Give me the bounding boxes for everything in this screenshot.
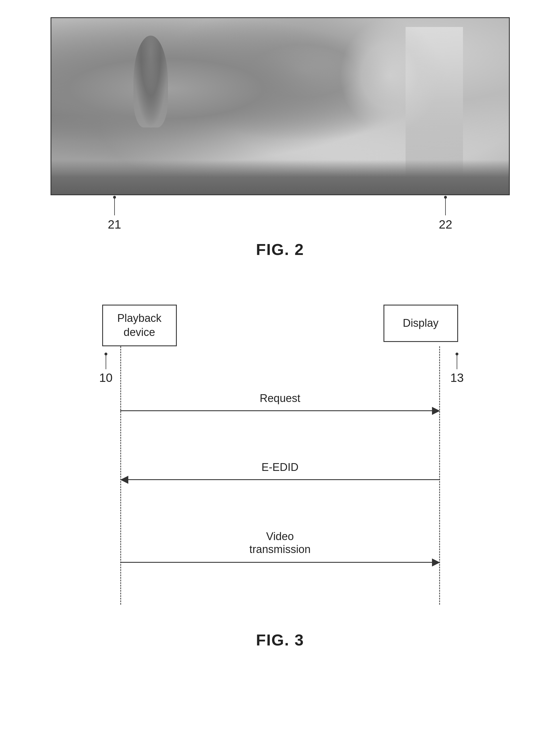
playback-device-label: Playbackdevice — [117, 311, 161, 340]
fig2-labels: 21 22 — [51, 198, 510, 232]
video-label: Videotransmission — [249, 530, 311, 556]
eedid-arrow-head — [120, 476, 128, 484]
callout-line-right — [445, 198, 446, 215]
request-arrow-container: Request — [120, 392, 440, 415]
left-callout: 10 — [99, 355, 113, 385]
fig2-number-left: 21 — [108, 218, 121, 232]
request-label: Request — [120, 392, 440, 404]
eedid-arrow-line — [128, 479, 440, 480]
request-arrow-head — [432, 407, 440, 415]
video-arrow-line — [120, 562, 432, 563]
display-box: Display — [383, 305, 458, 342]
fig3-section: Playbackdevice Display 10 13 — [36, 293, 524, 649]
sequence-area: 10 13 Request E-EDID — [79, 346, 481, 605]
fig2-number-right: 22 — [439, 218, 452, 232]
fig2-image — [51, 17, 510, 195]
video-arrow — [120, 558, 440, 566]
video-arrow-row: Videotransmission — [120, 530, 440, 566]
video-arrow-container: Videotransmission — [120, 530, 440, 566]
right-callout-bracket — [457, 355, 457, 369]
eedid-arrow — [120, 476, 440, 484]
fig2-label-left: 21 — [108, 198, 121, 232]
playback-device-box: Playbackdevice — [102, 305, 177, 346]
right-callout: 13 — [451, 355, 464, 385]
request-arrow-line — [120, 410, 432, 411]
request-arrow — [120, 407, 440, 415]
fig2-section: 21 22 FIG. 2 — [36, 17, 524, 259]
fig2-label-right: 22 — [439, 198, 452, 232]
callout-line-left — [114, 198, 115, 215]
left-callout-number: 10 — [99, 371, 113, 385]
diagram-container: Playbackdevice Display 10 13 — [79, 293, 481, 622]
eedid-label: E-EDID — [120, 461, 440, 474]
eedid-arrow-container: E-EDID — [120, 461, 440, 484]
request-arrow-row: Request — [120, 392, 440, 415]
diagram-boxes: Playbackdevice Display — [79, 305, 481, 346]
fig3-caption: FIG. 3 — [256, 631, 304, 649]
eedid-arrow-row: E-EDID — [120, 461, 440, 484]
fig2-caption: FIG. 2 — [256, 240, 304, 259]
left-callout-bracket — [106, 355, 106, 369]
right-callout-number: 13 — [451, 371, 464, 385]
display-label: Display — [403, 316, 439, 330]
video-arrow-head — [432, 558, 440, 566]
